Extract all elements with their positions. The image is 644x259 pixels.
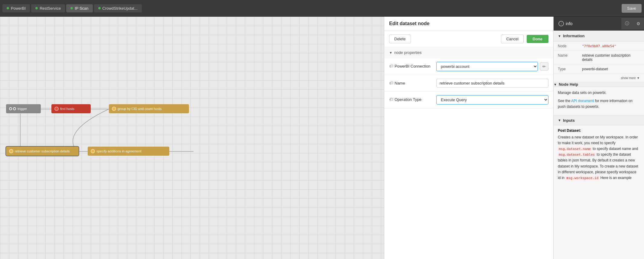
tab-label-crowdstrike: CrowdStrikeUpdat... [102,6,138,11]
connection-select[interactable]: powerbi account [436,62,538,71]
cancel-button[interactable]: Cancel [501,35,523,43]
delete-button[interactable]: Delete [389,35,411,43]
trigger-port2 [13,107,16,110]
operation-select[interactable]: Execute Query [436,95,548,105]
section-label: node properties [394,50,421,55]
top-bar: PowerBI RestService IP Scan CrowdStrikeU… [0,0,644,17]
tab-dot-crowdstrike [98,7,101,9]
chevron-inputs-icon: ▼ [558,118,561,122]
name-input[interactable] [436,79,548,88]
node-help-intro: Manage data sets on powerbi. [558,90,640,96]
info-tab-label: i info [554,17,621,31]
form-group-connection: 🏷 PowerBI Connection powerbi account ✏ [384,58,553,75]
node-retrieve[interactable]: retrieve customer subscription details [6,147,79,156]
tag-icon-connection: 🏷 [389,64,393,68]
connection-edit-button[interactable]: ✏ [540,62,548,71]
trigger-port [9,107,12,110]
table-row: Type powerbi-dataset [554,65,644,74]
retrieve-icon [9,149,13,153]
table-row: Node "7f0e9b07.a80e54" [554,42,644,51]
node-help-api-para: See the API document for more informatio… [558,98,640,110]
node-specify[interactable]: specify additions in agreement [88,147,169,156]
name-key: Name [554,51,578,65]
chevron-down-icon: ▼ [389,51,392,55]
tab-powerbi[interactable]: PowerBI [2,4,30,12]
tab-dot-powerbi [7,7,9,9]
tab-crowdstrike[interactable]: CrowdStrikeUpdat... [94,4,142,12]
api-text-pre: See the [558,99,570,103]
edit-panel-actions: Delete Cancel Done [384,31,553,47]
info-panel-tabs: i info ⓘ ⚙ [554,17,644,31]
info-icon-button[interactable]: ⓘ [621,18,633,29]
tag-icon-operation: 🏷 [389,97,393,102]
inputs-header: ▼ Inputs [554,115,644,125]
show-more-label: show more [621,76,636,80]
information-label: Information [563,34,585,38]
canvas[interactable]: trigger find hosts group by CID and coun… [0,17,384,259]
node-group-by-label: group by CID and count hosts [118,107,162,111]
tag-icon-name: 🏷 [389,81,393,85]
node-properties-section: ▼ node properties [384,47,553,58]
done-button[interactable]: Done [527,35,549,43]
tab-label-ipscan: IP Scan [75,6,88,11]
info-panel: i info ⓘ ⚙ ▼ Information Node "7f0e9b07.… [553,17,644,259]
node-retrieve-label: retrieve customer subscription details [15,149,70,153]
table-row: Name retrieve customer subscription deta… [554,51,644,65]
find-hosts-icon [54,107,59,111]
code-dataset-tables: msg.dataset.tables [558,152,596,157]
name-label: 🏷 Name [389,79,431,85]
edit-panel: Edit dataset node Delete Cancel Done ▼ n… [384,17,553,259]
edit-panel-title: Edit dataset node [384,17,553,31]
node-help-label: Node Help [559,82,578,87]
form-group-name: 🏷 Name [384,75,553,91]
action-right: Cancel Done [501,35,548,43]
operation-control-wrap: Execute Query [436,95,548,105]
node-find-hosts-label: find hosts [60,107,74,111]
chevron-info-icon: ▼ [558,34,561,38]
tab-dot-ipscan [70,7,73,9]
post-dataset-section: Post Dataset: Creates a new dataset on M… [554,125,644,184]
info-settings-button[interactable]: ⚙ [633,18,644,29]
api-document-link[interactable]: API document [571,99,594,103]
name-control-wrap [436,79,548,88]
info-tab-text: info [566,21,573,26]
tab-label-restservice: RestService [40,6,61,11]
node-id-value: "7f0e9b07.a80e54" [582,44,616,48]
info-table: Node "7f0e9b07.a80e54" Name retrieve cus… [554,42,644,74]
connection-control-wrap: powerbi account ✏ [436,62,548,71]
type-value: powerbi-dataset [578,65,644,74]
tab-label-powerbi: PowerBI [11,6,26,11]
form-group-operation: 🏷 Operation Type Execute Query [384,91,553,108]
node-specify-label: specify additions in agreement [96,149,141,153]
inputs-label: Inputs [563,118,575,123]
post-dataset-text: Creates a new dataset on My workspace. I… [558,134,640,181]
information-section-header: ▼ Information [554,31,644,42]
node-find-hosts[interactable]: find hosts [51,104,91,113]
node-key: Node [554,42,578,51]
node-group-by[interactable]: group by CID and count hosts [109,104,189,113]
specify-icon [91,149,95,153]
node-help-content: Manage data sets on powerbi. See the API… [554,87,644,115]
tab-restservice[interactable]: RestService [31,4,65,12]
group-by-icon [112,107,116,111]
connection-label: 🏷 PowerBI Connection [389,62,431,68]
code-dataset-name: msg.dataset.name [558,147,592,151]
info-tab-icons: ⓘ ⚙ [621,18,644,29]
type-key: Type [554,65,578,74]
tab-ipscan[interactable]: IP Scan [66,4,93,12]
operation-label: 🏷 Operation Type [389,95,431,102]
node-trigger[interactable]: trigger [6,104,41,113]
node-help-header: ▼ Node Help [554,82,644,87]
show-more-link[interactable]: show more ▼ [554,74,644,82]
node-trigger-label: trigger [18,107,27,111]
save-button[interactable]: Save [622,4,642,13]
name-value: retrieve customer subscription details [578,51,644,65]
chevron-down-small-icon: ▼ [637,76,640,80]
info-i-icon: i [558,21,564,26]
tab-dot-restservice [35,7,38,9]
chevron-nodehelp-icon: ▼ [554,83,557,86]
flow-connectors [0,17,384,259]
code-workspace-id: msg.workspace.id [565,176,599,180]
main-layout: trigger find hosts group by CID and coun… [0,17,644,259]
post-dataset-title: Post Dataset: [558,128,640,133]
